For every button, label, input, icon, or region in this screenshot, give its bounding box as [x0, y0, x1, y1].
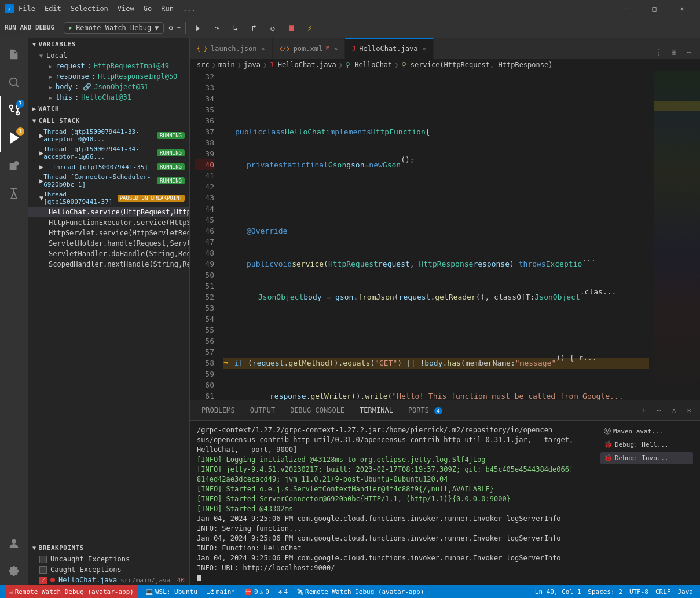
- more-panel-actions-button[interactable]: ⋯: [653, 404, 665, 417]
- stack-frame-2[interactable]: HttpServlet.service(HttpServletRequest,S…: [28, 228, 189, 238]
- breadcrumb-file[interactable]: J HelloChat.java: [269, 61, 336, 69]
- stack-frame-5[interactable]: ScopedHandler.nextHandle(String,Request,…: [28, 259, 189, 269]
- menu-file[interactable]: File: [19, 5, 35, 13]
- maximize-button[interactable]: □: [641, 0, 668, 17]
- var-body[interactable]: ▶ body : 🔗 JsonObject@51: [28, 82, 189, 92]
- code-editor[interactable]: 32 33 34 35 36 37 38 39 40 41 42 43 44 4…: [190, 71, 700, 400]
- breadcrumb-main[interactable]: main: [218, 61, 235, 69]
- status-debug-session[interactable]: ☠ Remote Watch Debug (avatar-app): [5, 585, 138, 598]
- add-terminal-button[interactable]: +: [637, 404, 650, 417]
- more-editor-actions-button[interactable]: ⋯: [683, 46, 695, 59]
- bp-hellochat-checkbox[interactable]: ✓: [39, 577, 47, 584]
- tab-output[interactable]: OUTPUT: [243, 403, 282, 418]
- status-errors-warnings[interactable]: ⛔ 0 ⚠ 0: [242, 585, 272, 598]
- thread-3[interactable]: ▶ Thread [Connector-Scheduler-6920b0bc-1…: [28, 172, 189, 189]
- status-language[interactable]: Java: [676, 585, 696, 598]
- bp-caught[interactable]: Caught Exceptions: [28, 564, 189, 575]
- breadcrumb-java[interactable]: java: [244, 61, 261, 69]
- stack-frame-4[interactable]: ServletHandler.doHandle(String,Request,H…: [28, 249, 189, 259]
- menu-view[interactable]: View: [118, 5, 134, 13]
- breadcrumb-src[interactable]: src: [197, 61, 210, 69]
- more-options-icon[interactable]: ⋯: [177, 24, 181, 32]
- watch-panel: ▶ WATCH: [28, 103, 189, 115]
- wsl-icon: 💻: [145, 588, 153, 596]
- toggle-layout-button[interactable]: ⌹: [668, 46, 680, 59]
- panel-maximize-button[interactable]: ∧: [668, 404, 680, 417]
- menu-go[interactable]: Go: [144, 5, 152, 13]
- tab-terminal[interactable]: TERMINAL: [353, 403, 400, 418]
- gear-icon[interactable]: ⚙: [168, 24, 173, 32]
- tab-problems[interactable]: PROBLEMS: [195, 403, 242, 418]
- call-stack-header[interactable]: ▼ CALL STACK: [28, 115, 189, 127]
- status-branch[interactable]: ⎇ main*: [204, 585, 237, 598]
- tab-launch-json[interactable]: { } launch.json ✕: [190, 38, 273, 59]
- settings-icon[interactable]: [0, 557, 28, 585]
- menu-selection[interactable]: Selection: [71, 5, 108, 13]
- stack-frame-0[interactable]: HelloChat.service(HttpRequest,HttpRespon…: [28, 207, 189, 217]
- local-header[interactable]: ▼ Local: [28, 50, 189, 61]
- stack-frame-3[interactable]: ServletHolder.handle(Request,ServletRequ…: [28, 238, 189, 249]
- thread-2[interactable]: ▶ Thread [qtp1500079441-35] RUNNING: [28, 162, 189, 172]
- step-out-button[interactable]: ↱: [246, 20, 262, 36]
- bp-hellochat[interactable]: ✓ HelloChat.java src/main/java 40: [28, 575, 189, 585]
- step-into-button[interactable]: ↳: [228, 20, 244, 36]
- status-eol[interactable]: CRLF: [653, 585, 673, 598]
- variables-header[interactable]: ▼ VARIABLES: [28, 38, 189, 50]
- stop-button[interactable]: ⏹: [283, 20, 299, 36]
- tab-hellochat-java-close[interactable]: ✕: [422, 46, 426, 52]
- terminal-session-debug1[interactable]: 🐞 Debug: Hell...: [600, 439, 693, 451]
- test-icon[interactable]: [0, 180, 28, 207]
- hotfix-button[interactable]: ⚡: [302, 20, 318, 36]
- var-response[interactable]: ▶ response : HttpResponseImpl@50: [28, 71, 189, 82]
- tab-pom-xml[interactable]: ❮/❯ pom.xml M ✕: [273, 38, 346, 59]
- menu-run[interactable]: Run: [161, 5, 174, 13]
- thread-0[interactable]: ▶ Thread [qtp1500079441-33-acceptor-0@48…: [28, 127, 189, 144]
- stack-frame-1[interactable]: HttpFunctionExecutor.service(HttpServlet…: [28, 217, 189, 228]
- breadcrumb-method[interactable]: ⚲ service(HttpRequest, HttpResponse): [401, 61, 553, 69]
- status-wsl[interactable]: 💻 WSL: Ubuntu: [143, 585, 200, 598]
- tab-ports[interactable]: PORTS 4: [401, 403, 449, 418]
- watch-header[interactable]: ▶ WATCH: [28, 103, 189, 115]
- step-over-button[interactable]: ↷: [209, 20, 225, 36]
- status-remote[interactable]: 🛰 Remote Watch Debug (avatar-app): [295, 585, 426, 598]
- status-encoding[interactable]: UTF-8: [627, 585, 651, 598]
- terminal-line-6: [INFO] Started o.e.j.s.ServletContextHan…: [197, 484, 596, 494]
- explorer-icon[interactable]: [0, 41, 28, 68]
- tab-launch-json-close[interactable]: ✕: [262, 45, 265, 52]
- continue-button[interactable]: ⏵: [190, 20, 207, 36]
- tab-pom-xml-close[interactable]: ✕: [334, 45, 338, 52]
- debug-session-selector[interactable]: ▶ Remote Watch Debug ▼: [64, 22, 164, 34]
- bp-caught-checkbox[interactable]: [39, 566, 47, 574]
- minimize-button[interactable]: −: [613, 0, 640, 17]
- code-content[interactable]: public class HelloChat implements HttpFu…: [219, 71, 654, 400]
- menu-more[interactable]: ...: [183, 5, 196, 13]
- stack-frame-5-name: ScopedHandler.nextHandle(String,Request,…: [49, 260, 189, 268]
- breadcrumb-class[interactable]: ⚲ HelloChat: [345, 61, 392, 69]
- terminal-session-debug2[interactable]: 🐞 Debug: Invo...: [600, 452, 693, 464]
- status-debug-threads[interactable]: ❖ 4: [276, 585, 290, 598]
- split-editor-button[interactable]: ⋮: [653, 46, 665, 59]
- debug-icon[interactable]: 1: [0, 124, 28, 152]
- source-control-icon[interactable]: 7: [0, 96, 28, 124]
- extensions-icon[interactable]: [0, 152, 28, 180]
- terminal-session-maven[interactable]: Ⓜ Maven-avat...: [600, 425, 693, 437]
- var-request[interactable]: ▶ request : HttpRequestImpl@49: [28, 61, 189, 71]
- tab-debug-console[interactable]: DEBUG CONSOLE: [283, 403, 351, 418]
- tab-hellochat-java[interactable]: J HelloChat.java ✕: [345, 38, 433, 59]
- breakpoints-header[interactable]: ▼ BREAKPOINTS: [28, 542, 189, 554]
- thread-4-paused[interactable]: ▼ Thread [qtp1500079441-37] PAUSED ON BR…: [28, 189, 189, 207]
- status-spaces[interactable]: Spaces: 2: [585, 585, 625, 598]
- restart-button[interactable]: ↺: [265, 20, 281, 36]
- thread-1[interactable]: ▶ Thread [qtp1500079441-34-acceptor-1@66…: [28, 144, 189, 162]
- close-button[interactable]: ✕: [669, 0, 695, 17]
- panel-close-button[interactable]: ✕: [683, 404, 695, 417]
- bp-uncaught-checkbox[interactable]: [39, 556, 47, 563]
- var-this[interactable]: ▶ this : HelloChat@31: [28, 92, 189, 103]
- status-line-col[interactable]: Ln 40, Col 1: [533, 585, 583, 598]
- bp-uncaught[interactable]: Uncaught Exceptions: [28, 554, 189, 564]
- code-line-32: [223, 93, 649, 104]
- menu-edit[interactable]: Edit: [45, 5, 61, 13]
- search-icon[interactable]: [0, 68, 28, 96]
- session-dropdown-arrow[interactable]: ▼: [155, 24, 159, 32]
- account-icon[interactable]: [0, 530, 28, 557]
